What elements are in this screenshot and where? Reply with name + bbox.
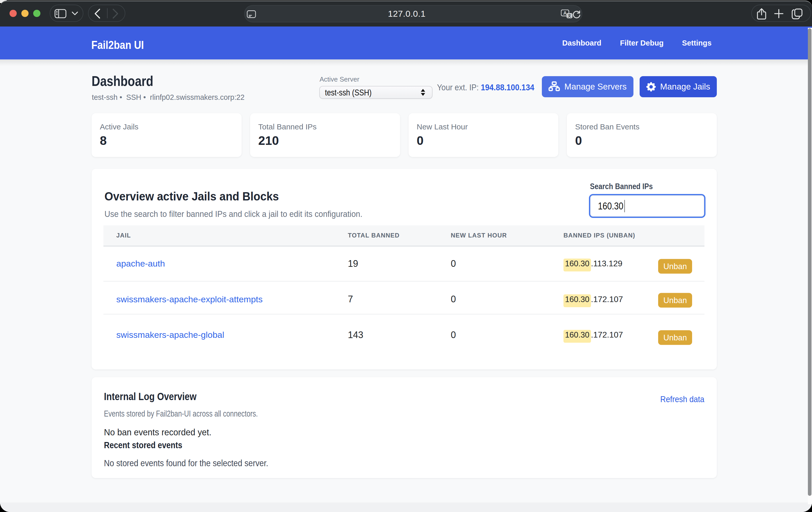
svg-text:文: 文: [567, 13, 572, 18]
svg-text:A: A: [563, 10, 567, 16]
